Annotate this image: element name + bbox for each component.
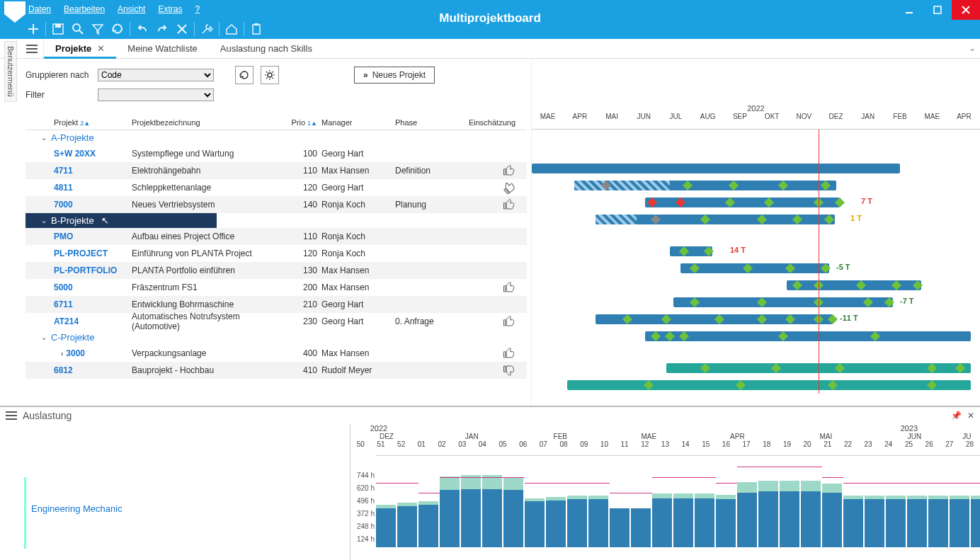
load-bar[interactable] [971, 496, 980, 547]
load-bar[interactable] [567, 496, 587, 547]
gantt-row[interactable] [532, 177, 980, 194]
project-code[interactable]: 5000 [25, 282, 132, 292]
load-bar[interactable] [482, 475, 502, 547]
table-row[interactable]: ›3000Verpackungsanlage400Max Hansen [25, 345, 527, 362]
project-code[interactable]: 4711 [25, 166, 132, 176]
col-prio[interactable]: Prio [291, 118, 305, 127]
settings-button[interactable] [261, 66, 279, 84]
gantt-bar[interactable] [680, 263, 829, 273]
gantt-row[interactable] [532, 345, 980, 360]
table-row[interactable]: AT214Automatisches Notrufsystem (Automot… [25, 313, 527, 330]
tabbar-chevron-icon[interactable]: ⌄ [969, 43, 976, 53]
load-bar[interactable] [652, 493, 672, 547]
project-rating[interactable] [466, 181, 515, 194]
tools-icon[interactable] [199, 21, 215, 37]
gantt-row[interactable]: -7 T [532, 294, 980, 311]
project-code[interactable]: S+W 20XX [25, 149, 132, 159]
table-row[interactable]: 7000Neues Vertriebsystem140Ronja KochPla… [25, 196, 527, 213]
load-bar[interactable] [950, 496, 969, 547]
gantt-row[interactable] [532, 377, 980, 394]
load-bar[interactable] [503, 478, 523, 547]
new-project-button[interactable]: »Neues Projekt [354, 67, 435, 84]
filter-select[interactable] [98, 88, 214, 101]
load-bar[interactable] [907, 496, 927, 547]
project-rating[interactable] [466, 364, 515, 377]
project-code[interactable]: 4811 [25, 183, 132, 193]
gantt-body[interactable]: 7 T1 T14 T-5 T-7 T-11 T [532, 130, 980, 394]
load-bar[interactable] [418, 501, 438, 547]
close-panel-icon[interactable]: ✕ [967, 411, 974, 421]
gantt-bar[interactable] [645, 331, 971, 341]
load-bar[interactable] [758, 481, 778, 547]
gantt-row[interactable]: 1 T [532, 211, 980, 228]
load-bar[interactable] [376, 505, 396, 547]
load-bar[interactable] [610, 508, 629, 547]
minimize-button[interactable] [895, 0, 923, 20]
gantt-row[interactable] [532, 277, 980, 294]
load-bar[interactable] [673, 493, 693, 547]
gantt-bar[interactable] [670, 181, 836, 190]
gantt-bar[interactable] [532, 164, 900, 173]
col-bezeichnung[interactable]: Projektbezeichnung [132, 118, 280, 127]
gantt-row[interactable]: 14 T [532, 243, 980, 260]
tab-watchliste[interactable]: Meine Watchliste [116, 39, 209, 58]
table-row[interactable]: 6812Bauprojekt - Hochbau410Rudolf Meyer [25, 362, 527, 379]
gantt-row[interactable] [532, 160, 980, 177]
load-bar[interactable] [546, 497, 566, 547]
project-code[interactable]: 6812 [25, 365, 132, 375]
project-rating[interactable] [466, 347, 515, 360]
load-bar[interactable] [631, 508, 651, 547]
undo-icon[interactable] [135, 21, 150, 37]
load-bar[interactable] [397, 503, 417, 547]
tab-menu-icon[interactable] [20, 39, 44, 58]
project-rating[interactable] [466, 164, 515, 177]
load-bar[interactable] [801, 481, 821, 547]
gantt-bar[interactable] [645, 198, 840, 207]
table-row[interactable]: 5000Fräszentrum FS1200Max Hansen [25, 279, 527, 296]
table-row[interactable]: 4711Elektrohängebahn110Max HansenDefinit… [25, 162, 527, 179]
clipboard-icon[interactable] [249, 21, 264, 37]
project-code[interactable]: PMO [25, 232, 132, 241]
project-code[interactable]: 7000 [25, 200, 132, 210]
load-bar[interactable] [822, 484, 842, 547]
load-bar[interactable] [886, 496, 906, 547]
load-bar[interactable] [461, 475, 481, 547]
pin-icon[interactable]: 📌 [951, 411, 962, 421]
project-code[interactable]: 6711 [25, 299, 132, 309]
table-row[interactable]: PL-PORTFOLIOPLANTA Portfolio einführen13… [25, 262, 527, 279]
load-bar[interactable] [440, 476, 460, 547]
gantt-row[interactable] [532, 145, 980, 160]
menu-extras[interactable]: Extras [158, 4, 182, 14]
menu-bearbeiten[interactable]: Bearbeiten [64, 4, 105, 14]
tab-close-icon[interactable]: ✕ [97, 43, 105, 54]
gantt-bar[interactable] [567, 380, 971, 390]
table-row[interactable]: S+W 20XXSystempflege und Wartung100Georg… [25, 145, 527, 162]
col-projekt[interactable]: Projekt [54, 118, 78, 127]
refresh-icon[interactable] [110, 21, 125, 37]
filter-icon[interactable] [90, 21, 106, 37]
menu-help[interactable]: ? [195, 4, 200, 14]
search-icon[interactable] [70, 21, 86, 37]
table-row[interactable]: PMOAufbau eines Project Office110Ronja K… [25, 228, 527, 245]
reload-button[interactable] [235, 66, 253, 84]
project-code[interactable]: ›3000 [25, 348, 132, 358]
gantt-row[interactable] [532, 228, 980, 243]
col-manager[interactable]: Manager [317, 118, 395, 127]
gantt-row[interactable]: -11 T [532, 311, 980, 328]
gantt-bar[interactable] [596, 215, 638, 224]
load-bar[interactable] [843, 496, 863, 547]
load-bar[interactable] [780, 481, 799, 547]
table-row[interactable]: 6711Entwicklung Bohrmaschine210Georg Har… [25, 296, 527, 313]
load-bar[interactable] [525, 498, 545, 547]
save-icon[interactable] [50, 21, 66, 37]
tab-auslastung-skills[interactable]: Auslastung nach Skills [209, 39, 324, 58]
project-code[interactable]: PL-PROJECT [25, 248, 132, 258]
load-bar[interactable] [928, 496, 948, 547]
col-phase[interactable]: Phase [395, 118, 466, 127]
home-icon[interactable] [224, 21, 239, 37]
tab-projekte[interactable]: Projekte✕ [44, 39, 116, 58]
delete-icon[interactable] [174, 21, 190, 37]
load-bar[interactable] [716, 495, 736, 547]
gantt-row[interactable]: -5 T [532, 260, 980, 277]
project-code[interactable]: AT214 [25, 316, 132, 326]
